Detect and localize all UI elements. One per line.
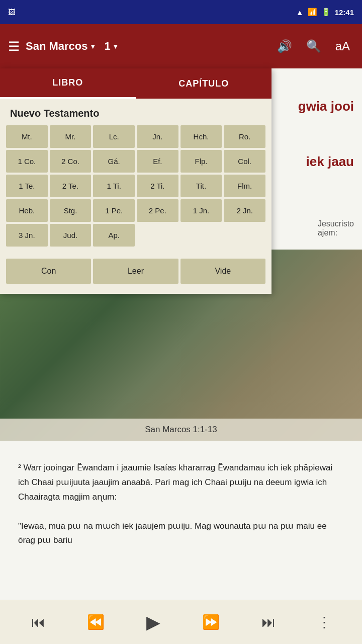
book-button[interactable]: 2 Ti. [137,175,178,197]
more-options-button[interactable]: ⋮ [317,614,331,630]
skip-forward-button[interactable]: ⏭ [261,614,276,630]
rewind-button[interactable]: ⏪ [87,614,105,630]
book-selector-panel: LIBRO CAPÍTULO Nuevo Testamento Mt.Mr.Lc… [0,68,272,294]
play-button[interactable]: ▶ [146,612,160,633]
time-display: 12:41 [335,8,354,17]
toolbar: ☰ San Marcos ▾ 1 ▾ 🔊 🔍 aA [0,24,362,68]
book-button[interactable]: 1 Pe. [93,199,135,222]
book-button[interactable]: 1 Co. [6,150,48,173]
image-caption: San Marcos 1:1-13 [0,419,362,441]
sound-button[interactable]: 🔊 [273,37,296,55]
side-text: Jesucristo ajem: [318,219,354,237]
action-button-vide[interactable]: Vide [180,259,265,284]
action-button-con[interactable]: Con [6,259,91,284]
wifi-icon: ▲ [296,8,304,17]
menu-button[interactable]: ☰ [8,39,20,54]
book-button[interactable]: 1 Te. [6,175,48,197]
tab-libro[interactable]: LIBRO [0,68,136,99]
book-button[interactable]: 2 Pe. [137,199,178,222]
book-button[interactable]: 2 Jn. [224,199,265,222]
book-button[interactable]: Lc. [93,125,135,148]
book-button[interactable]: Ap. [93,224,135,247]
status-left: 🖼 [8,8,15,16]
media-bar: ⏮ ⏪ ▶ ⏩ ⏭ ⋮ [0,600,362,644]
status-right: ▲ 📶 🔋 12:41 [296,8,354,17]
book-button[interactable]: Mt. [6,125,48,148]
font-size-button[interactable]: aA [331,37,354,55]
forward-button[interactable]: ⏩ [202,614,220,630]
book-button[interactable]: Hch. [180,125,222,148]
bible-verse-2: ² Warr jooingar Ẽwandam i jaaumie Isaías… [18,461,344,505]
section-title: Nuevo Testamento [0,99,272,125]
book-button[interactable]: Heb. [6,199,48,222]
book-button[interactable]: Mr. [50,125,92,148]
book-button[interactable]: 2 Te. [50,175,92,197]
book-button[interactable]: 2 Co. [50,150,92,173]
bible-text-block: ² Warr jooingar Ẽwandam i jaaumie Isaías… [0,451,362,558]
highlighted-text-1: gwia jooi [298,99,354,114]
book-button[interactable]: Col. [224,150,265,173]
book-button[interactable]: Flm. [224,175,265,197]
action-row: ConLeerVide [0,251,272,294]
photo-icon: 🖼 [8,8,15,16]
book-button[interactable]: 3 Jn. [6,224,48,247]
battery-icon: 🔋 [321,8,331,17]
book-button[interactable]: Gá. [93,150,135,173]
book-grid: Mt.Mr.Lc.Jn.Hch.Ro.1 Co.2 Co.Gá.Ef.Flp.C… [0,125,272,251]
book-dropdown-arrow: ▾ [91,42,95,50]
search-button[interactable]: 🔍 [302,37,325,55]
book-button[interactable]: Ef. [137,150,178,173]
highlighted-text-2: iek jaau [306,154,354,170]
action-button-leer[interactable]: Leer [93,259,178,284]
book-button[interactable]: Tit. [180,175,222,197]
book-button[interactable]: 1 Jn. [180,199,222,222]
chapter-dropdown-arrow: ▾ [114,42,117,50]
side-text-line1: Jesucristo [318,219,354,228]
chapter-button[interactable]: 1 ▾ [105,40,117,53]
book-button[interactable]: 1 Ti. [93,175,135,197]
book-button[interactable]: Ro. [224,125,265,148]
skip-back-button[interactable]: ⏮ [31,614,45,630]
book-title-label: San Marcos [26,40,88,53]
book-button[interactable]: Jud. [50,224,92,247]
book-title-button[interactable]: San Marcos ▾ [26,40,95,53]
bible-verse-quote: "Iewaa, mua pɯ na mɯch iek jaaujem pɯiju… [18,519,344,548]
side-text-line2: ajem: [318,228,354,237]
status-bar: 🖼 ▲ 📶 🔋 12:41 [0,0,362,24]
chapter-label: 1 [105,40,111,53]
book-button[interactable]: Flp. [180,150,222,173]
book-button[interactable]: Stg. [50,199,92,222]
tab-capitulo[interactable]: CAPÍTULO [136,68,272,99]
selector-tabs: LIBRO CAPÍTULO [0,68,272,99]
signal-icon: 📶 [308,8,317,17]
book-button[interactable]: Jn. [137,125,178,148]
